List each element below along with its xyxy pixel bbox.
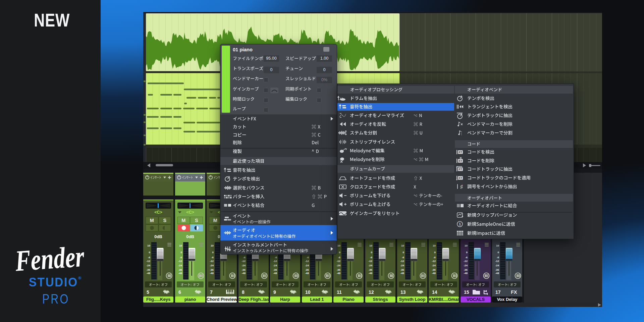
svg-text:♯: ♯ <box>460 184 463 190</box>
svg-text:F7: F7 <box>459 151 462 154</box>
svg-text:1: 1 <box>459 222 461 226</box>
svg-text:F7: F7 <box>459 176 462 180</box>
svg-text:F7: F7 <box>459 159 462 163</box>
svg-text:F7: F7 <box>459 168 462 171</box>
